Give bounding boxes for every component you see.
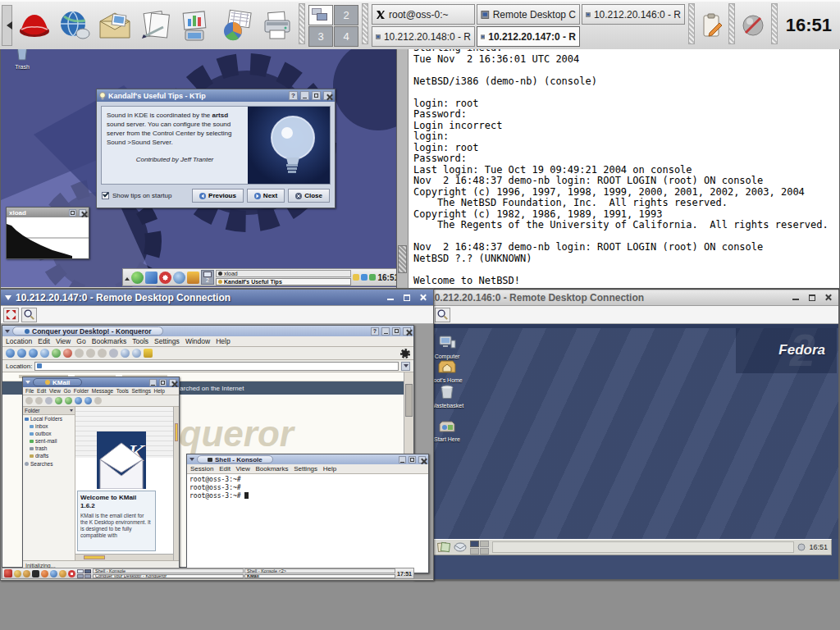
close-button[interactable] [418, 456, 426, 463]
kmail-hscrollbar[interactable] [75, 554, 173, 560]
applet-handle[interactable] [299, 3, 305, 44]
applet-handle[interactable] [362, 3, 368, 44]
new-mail-icon[interactable] [25, 397, 33, 404]
close-tip-button[interactable]: Close [288, 189, 330, 203]
workspace-2[interactable]: 2 [334, 5, 358, 25]
konqueror-icon[interactable] [173, 272, 185, 284]
ktip-titlebar[interactable]: Kandalf's Useful Tips - KTip ? [97, 89, 335, 102]
tray-klipper-icon[interactable] [369, 274, 376, 281]
email-button[interactable] [97, 7, 134, 44]
titlebar-147[interactable]: 10.212.20.147:0 - Remote Desktop Connect… [1, 290, 433, 306]
gnome-clock[interactable]: 16:51 [809, 543, 828, 551]
terminal-scrollbar[interactable] [397, 18, 409, 288]
applet-handle[interactable] [728, 3, 735, 44]
minimize-button[interactable] [300, 91, 309, 100]
help-icon[interactable] [68, 570, 75, 578]
zoom-out-icon[interactable] [132, 349, 141, 358]
gnome-tasklist[interactable] [492, 541, 794, 553]
mini-pager[interactable]: 2 [201, 270, 214, 285]
up-icon[interactable] [29, 349, 38, 358]
maximize-button[interactable] [159, 379, 167, 386]
stop-icon[interactable] [63, 349, 72, 358]
copy-icon[interactable] [86, 349, 95, 358]
kmail-titlebar[interactable]: KMail [23, 377, 179, 387]
fullscreen-button[interactable] [3, 308, 19, 322]
minimize-button[interactable] [399, 456, 406, 463]
location-go-button[interactable] [401, 362, 410, 371]
kmail-launcher-icon[interactable] [59, 570, 66, 578]
workspace-pager[interactable] [470, 541, 489, 555]
menu-items[interactable]: Location Edit View Go Bookmarks Tools Se… [6, 337, 231, 345]
home-icon[interactable] [145, 272, 158, 284]
kwrite-icon[interactable] [23, 570, 30, 578]
print-icon[interactable] [45, 397, 52, 404]
task-remote-148[interactable]: 10.212.20.148:0 - R [372, 26, 475, 47]
close-button[interactable] [323, 91, 332, 100]
tray-note-icon[interactable] [353, 274, 359, 281]
window-menu-icon[interactable] [5, 295, 11, 304]
folder-drafts[interactable]: drafts [23, 452, 75, 459]
panel-arrow-icon[interactable] [125, 275, 130, 281]
main-menu-button[interactable] [16, 7, 52, 44]
panel-hide-button[interactable] [2, 5, 12, 46]
close-button[interactable] [169, 379, 176, 386]
back-icon[interactable] [6, 349, 15, 358]
zoom-button[interactable] [435, 308, 450, 322]
task-konsole-2[interactable]: Shell - Konsole <2> [244, 568, 395, 573]
reply-all-icon[interactable] [65, 397, 72, 404]
next-button[interactable]: Next [247, 189, 285, 203]
panel-applet-icon[interactable] [797, 543, 806, 551]
spreadsheet-button[interactable] [218, 7, 255, 44]
menu-items[interactable]: File Edit View Go Folder Message Tools S… [25, 388, 165, 394]
kmenu-icon[interactable] [4, 569, 12, 578]
folder-inbox[interactable]: inbox [23, 422, 75, 430]
window-menu-icon[interactable] [5, 330, 10, 336]
menu-items[interactable]: Session Edit View Bookmarks Settings Hel… [190, 465, 336, 472]
folder-trash[interactable]: trash [23, 445, 75, 452]
task-remote-146[interactable]: 10.212.20.146:0 - R [582, 4, 685, 25]
konqueror-menubar[interactable]: Location Edit View Go Bookmarks Tools Se… [2, 336, 413, 347]
window-menu-icon[interactable] [189, 458, 194, 463]
folder-header[interactable]: Folder [23, 407, 75, 415]
mini-pager[interactable] [77, 569, 91, 578]
print-manager-button[interactable] [258, 7, 295, 44]
previous-icon[interactable] [75, 397, 82, 404]
konqueror-launcher-icon[interactable] [50, 570, 57, 578]
konsole-titlebar[interactable]: Shell - Konsole [187, 454, 428, 464]
find-icon[interactable] [94, 397, 102, 404]
applet-handle[interactable] [688, 3, 695, 44]
show-tips-checkbox[interactable] [102, 192, 109, 199]
help-button[interactable]: ? [371, 327, 379, 336]
lock-icon[interactable] [144, 349, 153, 358]
task-ktip[interactable]: Kandalf's Useful Tips [216, 278, 351, 285]
folder-outbox[interactable]: outbox [23, 430, 75, 437]
kmail-menubar[interactable]: File Edit View Go Folder Message Tools S… [23, 387, 179, 395]
kate-icon[interactable] [14, 570, 21, 578]
reply-icon[interactable] [55, 397, 62, 404]
mail-launcher-icon[interactable] [454, 542, 467, 552]
xload-titlebar[interactable]: xload [7, 208, 89, 217]
next-icon[interactable] [84, 397, 92, 404]
presentation-button[interactable] [177, 7, 214, 44]
workspace-1[interactable] [308, 5, 333, 25]
print-icon[interactable] [109, 349, 118, 358]
kde-clock[interactable]: 17:51 [397, 571, 412, 577]
save-icon[interactable] [35, 397, 43, 404]
folder-searches[interactable]: Searches [23, 459, 75, 468]
clipboard-applet[interactable] [698, 7, 726, 44]
word-processor-button[interactable] [137, 7, 174, 44]
location-input[interactable] [34, 362, 399, 371]
kmenu-icon[interactable] [131, 272, 144, 284]
download-icon[interactable] [187, 272, 199, 284]
forward-icon[interactable] [17, 349, 26, 358]
tray-display-icon[interactable] [361, 274, 368, 281]
folder-sent[interactable]: sent-mail [23, 437, 75, 445]
cut-icon[interactable] [75, 349, 84, 358]
minimize-button[interactable] [384, 292, 396, 304]
paste-icon[interactable] [98, 349, 107, 358]
konsole-terminal[interactable]: root@oss-3:~# root@oss-3:~# root@oss-3:~… [187, 474, 428, 573]
minimize-button[interactable] [381, 327, 390, 336]
reload-icon[interactable] [52, 349, 61, 358]
help-button[interactable]: ? [289, 91, 298, 100]
maximize-button[interactable] [400, 292, 413, 304]
